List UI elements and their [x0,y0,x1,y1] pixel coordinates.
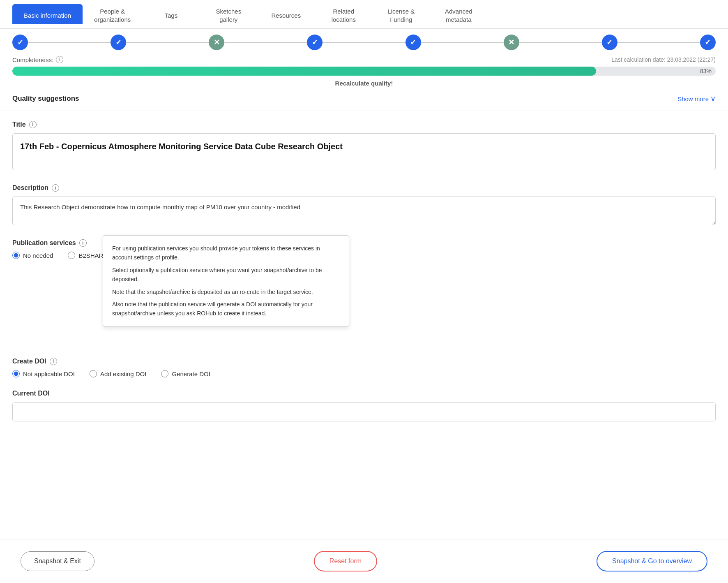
completeness-date: Last calculation date: 23.03.2022 (22:27… [611,56,716,63]
tab-related[interactable]: Relatedlocations [315,0,372,28]
completeness-progress-bar: 83% [12,67,716,76]
quality-title: Quality suggestions [12,95,79,103]
doi-generate-option[interactable]: Generate DOI [161,370,210,377]
quality-section: Quality suggestions Show more ∨ [0,87,728,111]
progress-dot-7 [602,35,617,50]
progress-dot-5 [405,35,421,50]
current-doi-input[interactable] [12,402,716,421]
publication-info-icon[interactable]: i [79,239,87,247]
doi-add-existing-option[interactable]: Add existing DOI [90,370,147,377]
footer-bar: Snapshot & Exit Reset form Snapshot & Go… [0,539,728,583]
pub-no-needed-radio[interactable] [12,252,20,259]
progress-dot-3 [209,35,224,50]
progress-dot-8 [700,35,716,50]
completeness-info-icon[interactable]: i [56,56,63,63]
progress-dot-2 [111,35,126,50]
current-doi-label: Current DOI [12,390,716,397]
create-doi-label: Create DOI i [12,358,716,365]
reset-form-button[interactable]: Reset form [314,551,377,571]
title-info-icon[interactable]: i [29,121,37,128]
publication-services-section: Publication services i No needed B2SHARI… [12,239,716,259]
pub-b2share-option[interactable]: B2SHARI [68,252,105,259]
snapshot-go-button[interactable]: Snapshot & Go to overview [597,551,707,571]
title-field-section: Title i [12,121,716,172]
progress-track [0,35,728,50]
tab-tags[interactable]: Tags [142,4,200,25]
nav-tabs: Basic information People &organizations … [0,0,728,29]
current-doi-section: Current DOI [12,390,716,421]
tab-resources[interactable]: Resources [257,4,315,25]
pub-b2share-radio[interactable] [68,252,75,259]
description-field-section: Description i [12,184,716,227]
completeness-percent: 83% [700,68,712,74]
description-input[interactable] [12,197,716,225]
progress-bar-fill [12,67,596,76]
show-more-button[interactable]: Show more ∨ [677,94,716,103]
snapshot-exit-button[interactable]: Snapshot & Exit [21,551,94,571]
description-field-label: Description i [12,184,716,192]
doi-generate-radio[interactable] [161,370,168,377]
create-doi-section: Create DOI i Not applicable DOI Add exis… [12,358,716,377]
title-field-label: Title i [12,121,716,128]
pub-no-needed-option[interactable]: No needed [12,252,53,259]
completeness-label: Completeness: i [12,56,63,63]
doi-not-applicable-radio[interactable] [12,370,20,377]
tab-sketches[interactable]: Sketchesgallery [200,0,257,28]
title-input[interactable] [12,133,716,170]
main-content: Title i Description i Publication servic… [0,111,728,444]
recalculate-button[interactable]: Recalculate quality! [335,80,393,87]
progress-dot-6 [504,35,519,50]
create-doi-options: Not applicable DOI Add existing DOI Gene… [12,370,716,377]
doi-add-existing-radio[interactable] [90,370,97,377]
description-info-icon[interactable]: i [52,184,59,192]
tab-basic[interactable]: Basic information [12,4,83,25]
progress-dot-4 [307,35,323,50]
tab-license[interactable]: License &Funding [372,0,430,28]
progress-dot-1 [12,35,28,50]
tab-people[interactable]: People &organizations [83,0,142,28]
publication-tooltip: For using publication services you shoul… [103,235,349,327]
doi-not-applicable-option[interactable]: Not applicable DOI [12,370,75,377]
completeness-section: Completeness: i Last calculation date: 2… [0,52,728,87]
tab-advanced[interactable]: Advancedmetadata [430,0,487,28]
create-doi-info-icon[interactable]: i [50,358,57,365]
